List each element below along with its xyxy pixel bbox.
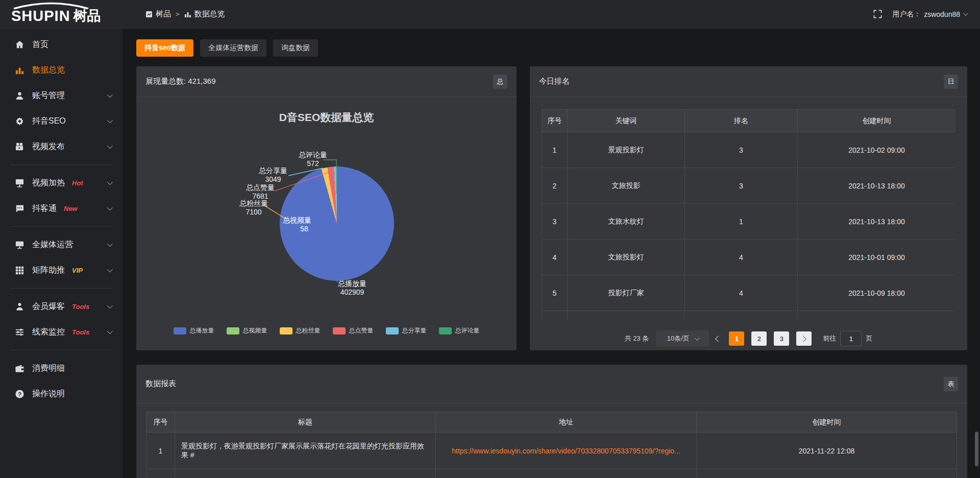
pie-label-fans: 总粉丝量 7100 (231, 199, 277, 217)
breadcrumb-current[interactable]: 数据总览 (184, 9, 225, 19)
header-right: 用户名：zswodun88 (873, 10, 980, 19)
sidebar-item-member-growth[interactable]: 会员爆客 Tools (0, 294, 122, 319)
cell-created: 2021-10-13 18:00 (798, 204, 956, 240)
chevron-down-icon (107, 303, 113, 308)
sidebar-item-douyin-seo[interactable]: 抖音SEO (0, 108, 122, 134)
chevron-down-icon (107, 328, 113, 334)
pie-label-shares: 总分享量 3049 (250, 166, 296, 184)
sidebar-item-consumption-detail[interactable]: 消费明细 (0, 355, 122, 381)
col-header-url: 地址 (436, 412, 697, 433)
sidebar-item-label: 操作说明 (32, 389, 65, 399)
sidebar-item-home[interactable]: 首页 (0, 32, 122, 57)
pie-label-value: 7100 (231, 208, 277, 217)
prev-page-button[interactable] (716, 335, 721, 343)
fullscreen-icon[interactable] (873, 10, 882, 18)
video-link[interactable]: https://www.iesdouyin.com/share/video/70… (452, 447, 680, 455)
cell-created: 2021-10-01 09:00 (798, 240, 956, 275)
app-window: SHUPIN 树品 树品 > 数据总览 用户名：zswodun88 (0, 0, 980, 478)
table-badge-button[interactable]: 表 (944, 377, 958, 391)
table-row: 1 景观投影灯 3 2021-10-02 09:00 (542, 132, 956, 168)
pie-leader-lines (136, 97, 517, 350)
sidebar-item-label: 线索监控 (32, 327, 65, 338)
sidebar-item-media-operation[interactable]: 全媒体运营 (0, 232, 122, 257)
panel-header: 展现量总数: 421,369 总 (136, 66, 517, 97)
top-header: SHUPIN 树品 树品 > 数据总览 用户名：zswodun88 (0, 0, 980, 29)
pagination-total: 共 23 条 (625, 334, 649, 343)
legend-swatch (439, 327, 452, 334)
sidebar-item-label: 数据总览 (32, 65, 65, 76)
legend-swatch (280, 327, 292, 334)
tools-badge: Tools (72, 303, 89, 310)
legend-item-fans[interactable]: 总粉丝量 (280, 326, 321, 335)
table-row-empty (146, 469, 957, 478)
sidebar-item-video-heat[interactable]: 视频加热 Hot (0, 170, 122, 196)
vertical-scrollbar[interactable] (975, 432, 978, 466)
chevron-down-icon (107, 267, 113, 272)
pie-chart: D音SEO数据量总览 总评论量 572 总分享量 3049 (136, 97, 517, 350)
cell-created: 2021-10-09 18:00 (798, 275, 956, 311)
col-header-created: 创建时间 (697, 412, 957, 433)
cell-created: 2021-11-22 12:08 (697, 433, 957, 469)
sidebar-item-label: 首页 (32, 39, 48, 50)
legend-swatch (386, 327, 399, 334)
cell-keyword: 文旅投影 (568, 168, 685, 204)
chevron-down-icon (695, 336, 700, 341)
next-page-button[interactable] (796, 331, 812, 346)
chevron-down-icon (107, 92, 113, 98)
breadcrumb-root[interactable]: 树品 (145, 9, 171, 19)
grid-icon (14, 265, 24, 275)
home-icon (14, 39, 24, 50)
pie-label-value: 402909 (329, 288, 375, 297)
user-menu[interactable]: 用户名：zswodun88 (892, 10, 967, 19)
day-badge-button[interactable]: 日 (944, 75, 958, 89)
pie-label-name: 总播放量 (338, 279, 366, 288)
chat-bubble-icon (14, 203, 24, 213)
page-button-3[interactable]: 3 (774, 331, 789, 346)
sidebar-item-video-publish[interactable]: 视频发布 (0, 134, 122, 159)
legend-item-likes[interactable]: 总点赞量 (333, 326, 374, 335)
data-tabs: 抖音seo数据 全媒体运营数据 询盘数据 (136, 39, 318, 57)
tab-douyin-seo-data[interactable]: 抖音seo数据 (136, 39, 193, 57)
legend-item-videos[interactable]: 总视频量 (227, 326, 267, 335)
chevron-down-icon (963, 11, 968, 16)
tab-media-operation-data[interactable]: 全媒体运营数据 (200, 39, 266, 57)
sidebar-item-label: 抖音SEO (32, 116, 66, 127)
pie-label-plays: 总播放量 402909 (329, 279, 375, 297)
pie-label-videos: 总视频量 58 (274, 216, 320, 233)
chevron-down-icon (107, 143, 113, 149)
legend-item-shares[interactable]: 总分享量 (386, 326, 427, 335)
page-button-2[interactable]: 2 (751, 331, 767, 346)
col-header-index: 序号 (146, 412, 175, 433)
sidebar-item-help[interactable]: ? 操作说明 (0, 381, 122, 407)
pie-label-value: 572 (290, 159, 336, 168)
sidebar-item-label: 视频发布 (32, 141, 65, 152)
page-size-select[interactable]: 10条/页 (656, 330, 709, 347)
tab-inquiry-data[interactable]: 询盘数据 (273, 39, 318, 57)
col-header-keyword: 关键词 (568, 110, 685, 132)
goto-page-input[interactable] (840, 331, 862, 346)
table-row-empty (542, 311, 956, 320)
sidebar-item-data-overview[interactable]: 数据总览 (0, 57, 122, 83)
page-button-1[interactable]: 1 (729, 331, 744, 346)
seo-overview-panel: 展现量总数: 421,369 总 D音SEO数据量总览 总评论量 572 (136, 66, 517, 350)
legend-item-plays[interactable]: 总播放量 (174, 326, 214, 335)
cell-keyword: 文旅水纹灯 (568, 204, 685, 240)
col-header-title: 标题 (175, 412, 436, 433)
username-label: 用户名： (892, 10, 921, 19)
cell-keyword: 景观投影灯 (568, 132, 685, 168)
legend-item-comments[interactable]: 总评论量 (439, 326, 480, 335)
total-badge-button[interactable]: 总 (493, 75, 507, 89)
cell-rank: 3 (685, 168, 798, 204)
cell-index: 2 (542, 168, 568, 204)
app-window-icon (145, 11, 153, 18)
cell-rank: 1 (685, 204, 798, 240)
logo: SHUPIN 树品 (0, 0, 122, 29)
sidebar-item-lead-monitor[interactable]: 线索监控 Tools (0, 319, 122, 345)
sidebar-item-account[interactable]: 账号管理 (0, 83, 122, 108)
sidebar-item-doukertong[interactable]: 抖客通 New (0, 196, 122, 221)
sidebar-item-matrix-boost[interactable]: 矩阵助推 VIP (0, 257, 122, 283)
cell-index: 3 (542, 204, 568, 240)
table-row: 1 景观投影灯，夜游景观投影灯厂家展示展示落花灯在花园里的灯光投影应用效果 # … (146, 433, 957, 469)
panel-header: 今日排名 日 (530, 66, 967, 97)
pie-label-likes: 总点赞量 7681 (237, 183, 283, 201)
